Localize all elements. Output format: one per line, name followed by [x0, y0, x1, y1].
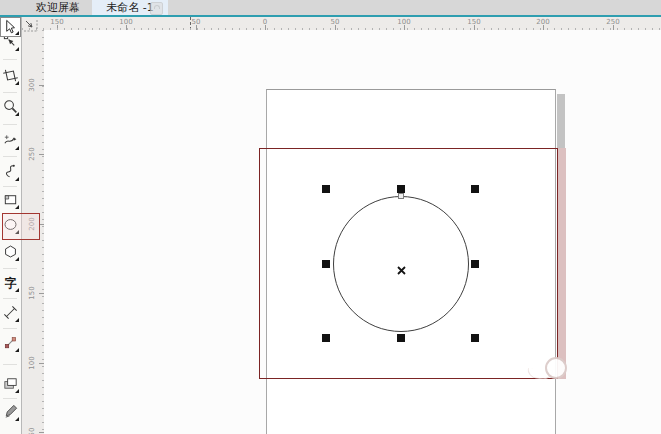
ruler-label: 100 [394, 18, 414, 26]
ruler-label: 50 [27, 422, 37, 434]
ruler-label: 100 [116, 18, 136, 26]
drop-shadow-tool[interactable] [1, 374, 20, 394]
flyout-arrow-icon [15, 257, 19, 261]
toolbar-separator [3, 268, 17, 269]
ruler-origin-icon [23, 17, 39, 30]
ruler-label: 300 [27, 75, 37, 95]
flyout-arrow-icon [15, 177, 19, 181]
eyedropper-tool[interactable] [1, 402, 20, 422]
toolbar-separator [3, 59, 17, 60]
zoom-tool[interactable] [1, 97, 20, 117]
flyout-arrow-icon [15, 389, 19, 393]
toolbar-separator [3, 298, 17, 299]
toolbar-separator [3, 156, 17, 157]
freehand-tool[interactable] [1, 131, 20, 151]
ruler-label: 100 [27, 353, 37, 373]
document-tab-bar: 欢迎屏幕 未命名 -1 [0, 0, 661, 17]
crop-tool[interactable] [1, 66, 20, 86]
flyout-arrow-icon [15, 318, 19, 322]
flyout-arrow-icon [15, 81, 19, 85]
bspline-tool[interactable] [1, 162, 20, 182]
drawing-canvas[interactable] [44, 30, 661, 434]
lock-icon [150, 2, 163, 15]
toolbar-separator [3, 364, 17, 365]
flyout-arrow-icon [15, 417, 19, 421]
toolbar-separator [3, 328, 17, 329]
flyout-arrow-icon [15, 348, 19, 352]
toolbar-separator [3, 398, 17, 399]
flyout-arrow-icon [15, 146, 19, 150]
rectangle-tool[interactable] [1, 190, 20, 210]
tab-welcome-screen[interactable]: 欢迎屏幕 [26, 0, 90, 15]
ruler-label: 150 [27, 283, 37, 303]
ruler-label: 250 [603, 18, 623, 26]
flyout-arrow-icon [15, 47, 19, 51]
ruler-label: 0 [255, 18, 275, 26]
polygon-tool[interactable] [1, 242, 20, 262]
horizontal-ruler[interactable]: 15010050050100150200250 [22, 17, 661, 31]
ellipse-tool-highlight-annotation [2, 213, 40, 240]
coreldraw-window: 欢迎屏幕 未命名 -1 15010050050100150200250 3002… [0, 0, 661, 434]
toolbar-separator [3, 186, 17, 187]
toolbar-separator [3, 124, 17, 125]
ruler-label: 150 [464, 18, 484, 26]
ruler-mouse-marker [190, 17, 191, 30]
ruler-label: 250 [27, 144, 37, 164]
text-tool[interactable]: 字 [1, 273, 20, 293]
flyout-arrow-icon [15, 205, 19, 209]
flyout-arrow-icon [15, 288, 19, 292]
ruler-label: 50 [325, 18, 345, 26]
dimension-tool[interactable] [1, 303, 20, 323]
connector-tool[interactable] [1, 333, 20, 353]
ruler-label: 150 [47, 18, 67, 26]
flyout-arrow-icon [15, 31, 19, 35]
pick-tool[interactable] [0, 17, 21, 37]
flyout-arrow-icon [15, 112, 19, 116]
ruler-label: 50 [186, 18, 206, 26]
ruler-label: 200 [533, 18, 553, 26]
toolbar-separator [3, 92, 17, 93]
